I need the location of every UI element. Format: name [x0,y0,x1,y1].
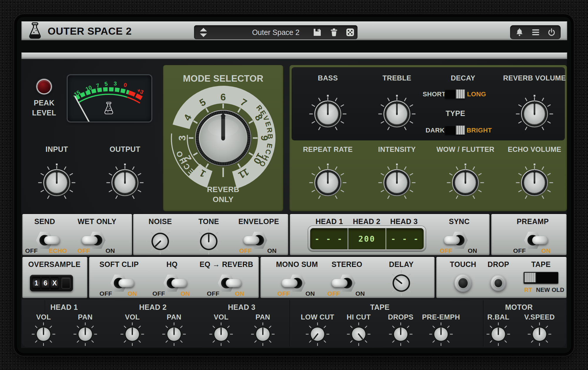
input-knob[interactable] [38,164,76,202]
repeat-rate-knob[interactable] [309,164,347,202]
head3-vol-knob[interactable] [209,322,233,346]
send-label: SEND [34,217,55,226]
head3-pan-label: PAN [255,313,270,321]
svg-text:3: 3 [114,80,117,87]
preset-prev-next-arrows[interactable] [199,28,208,38]
wet-only-off-label: OFF [78,247,90,254]
type-bright-label: BRIGHT [467,127,492,134]
preamp-off-label: OFF [513,247,526,254]
peak-label-1: PEAK [34,99,55,107]
output-knob[interactable] [106,164,144,202]
wet-only-on-label: ON [106,247,115,254]
type-switch[interactable] [445,125,465,135]
bass-knob[interactable] [309,95,347,133]
sync-off-label: OFF [440,247,452,254]
soft-clip-off-label: OFF [100,290,112,297]
flask-logo-icon [27,22,43,39]
echo-volume-knob[interactable] [515,164,554,202]
treble-knob[interactable] [378,95,416,133]
delay-label: DELAY [389,260,414,269]
reverb-volume-label: REVERB VOLUME [503,74,566,82]
head1-vol-knob[interactable] [32,322,55,346]
wow-flutter-knob[interactable] [446,164,485,202]
bottom-divider [290,300,290,347]
notifications-bell-icon[interactable] [515,28,524,37]
noise-knob[interactable] [147,228,173,254]
head1-vol-label: VOL [36,313,51,321]
head2-pan-knob[interactable] [162,322,186,346]
tone-label: TONE [198,217,219,226]
preset-name[interactable]: Outer Space 2 [252,25,299,39]
svg-text:3: 3 [177,135,188,141]
intensity-knob[interactable] [378,164,416,202]
reverb-volume-knob[interactable] [515,95,554,133]
plugin-window: OUTER SPACE 2 Outer Space 2 [0,0,588,370]
head3-time-value[interactable]: - - - [385,228,424,249]
tone-knob[interactable] [196,228,222,254]
svg-text:5: 5 [104,80,108,87]
head1-pan-label: PAN [78,313,93,321]
mono-sum-off-label: OFF [278,290,290,297]
low-cut-label: LOW CUT [301,313,334,321]
wow-flutter-label: WOW / FLUTTER [436,145,494,154]
drops-knob[interactable] [389,322,412,346]
decay-switch[interactable] [445,89,465,99]
tape-switch-label: TAPE [531,260,551,269]
head2-vol-label: VOL [125,313,140,321]
head1-group-title: HEAD 1 [50,303,78,312]
svg-text:7: 7 [96,82,100,89]
hi-cut-label: HI CUT [347,313,371,321]
utility-icon-group [510,25,561,39]
mono-sum-label: MONO SUM [276,260,318,269]
delay-knob[interactable] [388,270,414,296]
eq-reverb-off-label: OFF [207,290,220,297]
type-dark-label: DARK [426,127,445,134]
touch-button[interactable] [455,274,472,292]
mode-selector-dial[interactable]: ECHO REVERB ECHO 1 2 3 4 5 6 7 8 9 10 1 [167,82,279,194]
hq-on-label: ON [181,290,190,297]
hi-cut-knob[interactable] [347,322,370,346]
bass-label: BASS [318,74,338,82]
tape-age-switch[interactable] [524,272,558,284]
header-strip [21,52,567,59]
menu-hamburger-icon[interactable] [531,28,540,37]
envelope-on-label: ON [267,247,277,254]
counter-digit: X [51,277,59,289]
drop-button[interactable] [491,275,506,291]
echo-volume-label: ECHO VOLUME [508,145,561,154]
head3-pan-knob[interactable] [251,322,275,346]
power-bypass-icon[interactable] [547,28,556,37]
svg-text:9: 9 [259,135,270,141]
oversample-counter[interactable]: 1 6 X [30,275,73,291]
noise-label: NOISE [148,217,172,226]
head1-time-value[interactable]: - - - [310,228,348,249]
head2-vol-knob[interactable] [121,322,144,346]
r-bal-label: R.BAL [487,313,510,321]
peak-label-2: LEVEL [32,109,56,117]
preamp-on-label: ON [541,247,551,254]
soft-clip-label: SOFT CLIP [99,260,138,269]
treble-label: TREBLE [382,74,411,82]
tape-group-title: TAPE [370,303,390,312]
decay-label: DECAY [451,74,475,82]
counter-reset-button[interactable] [61,278,71,289]
head1-pan-knob[interactable] [74,322,97,346]
randomize-dice-icon[interactable] [346,28,355,37]
envelope-label: ENVELOPE [238,217,279,226]
mode-reverb-only-label-2: ONLY [213,195,233,204]
trash-icon[interactable] [330,28,338,37]
save-icon[interactable] [313,28,322,37]
decay-short-label: SHORT [423,90,446,98]
head2-time-value[interactable]: 200 [348,228,386,249]
pre-emph-knob[interactable] [429,322,453,346]
eq-reverb-label: EQ → REVERB [200,260,253,269]
app-title: OUTER SPACE 2 [48,25,132,37]
v-speed-knob[interactable] [528,322,551,346]
low-cut-knob[interactable] [306,322,329,346]
bottom-trim-panel [22,300,566,347]
counter-digit: 1 [32,277,40,289]
tape-new-label: NEW [536,287,550,293]
sync-label: SYNC [449,217,470,226]
r-bal-knob[interactable] [487,322,510,346]
tape-old-label: OLD [552,287,564,293]
